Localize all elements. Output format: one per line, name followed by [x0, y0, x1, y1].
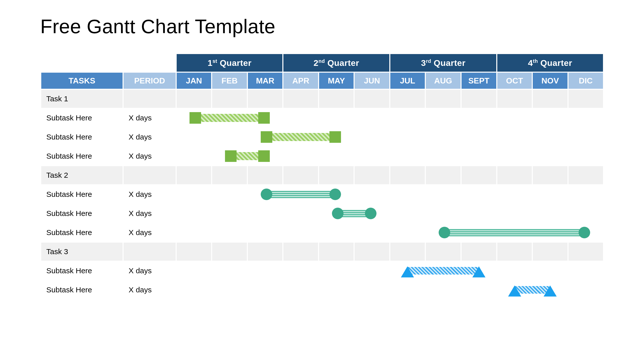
subtask-row: Subtask HereX days: [41, 109, 603, 127]
gantt-cell: [426, 128, 461, 146]
gantt-cell: [355, 185, 389, 203]
gantt-table: 1st Quarter 2nd Quarter 3rd Quarter 4th …: [40, 53, 604, 300]
subtask-row: Subtask HereX days: [41, 281, 603, 299]
period-cell: [124, 166, 176, 184]
period-cell: X days: [124, 204, 176, 222]
gantt-cell: [569, 166, 603, 184]
gantt-cell: [426, 204, 461, 222]
task-group-row: Task 1: [41, 90, 603, 108]
month-oct: OCT: [497, 73, 532, 89]
gantt-cell: [283, 166, 318, 184]
gantt-cell: [462, 223, 496, 242]
gantt-cell: [212, 109, 247, 127]
gantt-cell: [177, 90, 211, 108]
task-group-row: Task 2: [41, 166, 603, 184]
gantt-cell: [212, 185, 247, 203]
gantt-cell: [283, 281, 318, 299]
quarter-2: 2nd Quarter: [283, 54, 389, 72]
month-apr: APR: [283, 73, 318, 89]
gantt-cell: [248, 262, 283, 280]
gantt-cell: [212, 262, 247, 280]
gantt-cell: [212, 147, 247, 165]
gantt-cell: [569, 109, 603, 127]
task-cell: Subtask Here: [41, 281, 123, 299]
task-cell: Task 2: [41, 166, 123, 184]
month-jun: JUN: [355, 73, 389, 89]
gantt-cell: [283, 128, 318, 146]
gantt-cell: [497, 223, 532, 242]
month-jul: JUL: [390, 73, 425, 89]
gantt-cell: [462, 243, 496, 261]
gantt-cell: [426, 281, 461, 299]
period-cell: X days: [124, 147, 176, 165]
gantt-cell: [462, 147, 496, 165]
gantt-cell: [533, 281, 567, 299]
gantt-cell: [462, 185, 496, 203]
header-tasks: TASKS: [41, 73, 123, 89]
gantt-cell: [426, 243, 461, 261]
gantt-cell: [177, 243, 211, 261]
gantt-cell: [248, 109, 283, 127]
gantt-cell: [355, 281, 389, 299]
gantt-cell: [355, 109, 389, 127]
gantt-cell: [533, 90, 567, 108]
gantt-cell: [497, 262, 532, 280]
gantt-cell: [533, 223, 567, 242]
gantt-cell: [177, 185, 211, 203]
subtask-row: Subtask HereX days: [41, 204, 603, 222]
period-cell: [124, 90, 176, 108]
gantt-cell: [390, 128, 425, 146]
subtask-row: Subtask HereX days: [41, 262, 603, 280]
header-spacer: [41, 54, 176, 72]
gantt-cell: [390, 147, 425, 165]
gantt-cell: [497, 147, 532, 165]
gantt-cell: [462, 281, 496, 299]
task-cell: Task 3: [41, 243, 123, 261]
month-feb: FEB: [212, 73, 247, 89]
subtask-row: Subtask HereX days: [41, 223, 603, 242]
gantt-cell: [177, 262, 211, 280]
gantt-cell: [248, 223, 283, 242]
gantt-cell: [390, 185, 425, 203]
gantt-cell: [497, 185, 532, 203]
gantt-cell: [462, 90, 496, 108]
gantt-cell: [283, 223, 318, 242]
period-cell: X days: [124, 128, 176, 146]
quarter-3: 3rd Quarter: [390, 54, 496, 72]
gantt-cell: [355, 243, 389, 261]
gantt-cell: [248, 204, 283, 222]
gantt-cell: [462, 262, 496, 280]
gantt-cell: [569, 262, 603, 280]
gantt-cell: [177, 204, 211, 222]
gantt-cell: [319, 262, 354, 280]
gantt-cell: [355, 204, 389, 222]
gantt-cell: [212, 166, 247, 184]
gantt-cell: [426, 166, 461, 184]
gantt-cell: [569, 185, 603, 203]
gantt-cell: [319, 109, 354, 127]
gantt-cell: [319, 204, 354, 222]
gantt-cell: [355, 90, 389, 108]
month-sept: SEPT: [462, 73, 496, 89]
gantt-cell: [569, 147, 603, 165]
month-aug: AUG: [426, 73, 461, 89]
month-may: MAY: [319, 73, 354, 89]
gantt-cell: [177, 109, 211, 127]
task-cell: Subtask Here: [41, 185, 123, 203]
gantt-cell: [390, 166, 425, 184]
gantt-cell: [177, 166, 211, 184]
gantt-cell: [426, 223, 461, 242]
gantt-cell: [355, 147, 389, 165]
gantt-cell: [533, 147, 567, 165]
gantt-cell: [283, 109, 318, 127]
gantt-cell: [248, 166, 283, 184]
gantt-cell: [248, 147, 283, 165]
gantt-cell: [355, 223, 389, 242]
gantt-cell: [283, 262, 318, 280]
column-header-row: TASKS PERIOD JAN FEB MAR APR MAY JUN JUL…: [41, 73, 603, 89]
gantt-cell: [569, 223, 603, 242]
period-cell: X days: [124, 281, 176, 299]
gantt-cell: [462, 109, 496, 127]
slide-title: Free Gantt Chart Template: [40, 15, 604, 38]
gantt-cell: [390, 281, 425, 299]
